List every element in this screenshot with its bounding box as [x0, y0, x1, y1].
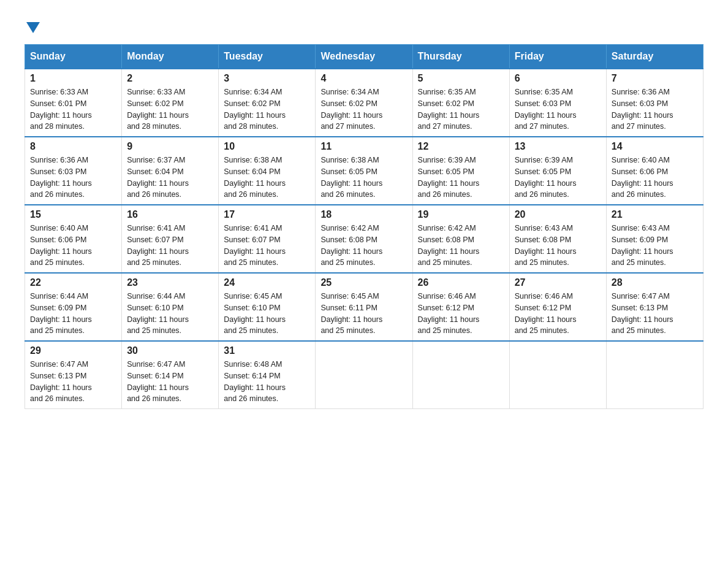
- day-info: Sunrise: 6:45 AMSunset: 6:11 PMDaylight:…: [320, 292, 382, 335]
- day-info: Sunrise: 6:36 AMSunset: 6:03 PMDaylight:…: [30, 156, 92, 199]
- day-info: Sunrise: 6:41 AMSunset: 6:07 PMDaylight:…: [224, 224, 286, 267]
- calendar-cell: 10 Sunrise: 6:38 AMSunset: 6:04 PMDaylig…: [219, 137, 316, 205]
- day-number: 21: [612, 209, 698, 220]
- day-number: 8: [30, 141, 116, 152]
- day-info: Sunrise: 6:34 AMSunset: 6:02 PMDaylight:…: [224, 88, 286, 131]
- week-row-4: 22 Sunrise: 6:44 AMSunset: 6:09 PMDaylig…: [25, 273, 703, 341]
- calendar-cell: 21 Sunrise: 6:43 AMSunset: 6:09 PMDaylig…: [606, 205, 703, 273]
- calendar-cell: 14 Sunrise: 6:40 AMSunset: 6:06 PMDaylig…: [606, 137, 703, 205]
- day-info: Sunrise: 6:35 AMSunset: 6:03 PMDaylight:…: [515, 88, 577, 131]
- day-number: 6: [515, 73, 601, 84]
- day-number: 14: [612, 141, 698, 152]
- day-number: 7: [612, 73, 698, 84]
- day-number: 1: [30, 73, 116, 84]
- day-info: Sunrise: 6:39 AMSunset: 6:05 PMDaylight:…: [515, 156, 577, 199]
- day-info: Sunrise: 6:42 AMSunset: 6:08 PMDaylight:…: [320, 224, 382, 267]
- calendar-cell: 6 Sunrise: 6:35 AMSunset: 6:03 PMDayligh…: [509, 69, 606, 137]
- day-info: Sunrise: 6:48 AMSunset: 6:14 PMDaylight:…: [224, 360, 286, 403]
- day-number: 31: [224, 345, 310, 356]
- header-sunday: Sunday: [25, 45, 122, 69]
- calendar-cell: 16 Sunrise: 6:41 AMSunset: 6:07 PMDaylig…: [122, 205, 219, 273]
- day-info: Sunrise: 6:44 AMSunset: 6:10 PMDaylight:…: [127, 292, 189, 335]
- calendar-cell: [606, 341, 703, 409]
- calendar-cell: [316, 341, 412, 409]
- calendar-cell: 22 Sunrise: 6:44 AMSunset: 6:09 PMDaylig…: [25, 273, 122, 341]
- day-info: Sunrise: 6:43 AMSunset: 6:09 PMDaylight:…: [612, 224, 673, 267]
- week-row-2: 8 Sunrise: 6:36 AMSunset: 6:03 PMDayligh…: [25, 137, 703, 205]
- day-info: Sunrise: 6:42 AMSunset: 6:08 PMDaylight:…: [418, 224, 480, 267]
- calendar-cell: [509, 341, 606, 409]
- day-number: 18: [320, 209, 407, 220]
- calendar-cell: 29 Sunrise: 6:47 AMSunset: 6:13 PMDaylig…: [25, 341, 122, 409]
- calendar-cell: 24 Sunrise: 6:45 AMSunset: 6:10 PMDaylig…: [219, 273, 316, 341]
- day-info: Sunrise: 6:45 AMSunset: 6:10 PMDaylight:…: [224, 292, 286, 335]
- day-number: 22: [30, 277, 116, 288]
- day-number: 27: [515, 277, 601, 288]
- day-number: 29: [30, 345, 116, 356]
- day-info: Sunrise: 6:40 AMSunset: 6:06 PMDaylight:…: [30, 224, 92, 267]
- day-number: 26: [418, 277, 504, 288]
- header-row: SundayMondayTuesdayWednesdayThursdayFrid…: [25, 45, 703, 69]
- calendar-cell: 23 Sunrise: 6:44 AMSunset: 6:10 PMDaylig…: [122, 273, 219, 341]
- calendar-cell: 5 Sunrise: 6:35 AMSunset: 6:02 PMDayligh…: [412, 69, 509, 137]
- day-info: Sunrise: 6:37 AMSunset: 6:04 PMDaylight:…: [127, 156, 189, 199]
- day-info: Sunrise: 6:41 AMSunset: 6:07 PMDaylight:…: [127, 224, 189, 267]
- day-number: 10: [224, 141, 310, 152]
- day-number: 25: [320, 277, 407, 288]
- day-info: Sunrise: 6:44 AMSunset: 6:09 PMDaylight:…: [30, 292, 92, 335]
- day-info: Sunrise: 6:43 AMSunset: 6:08 PMDaylight:…: [515, 224, 577, 267]
- day-info: Sunrise: 6:35 AMSunset: 6:02 PMDaylight:…: [418, 88, 480, 131]
- day-number: 5: [418, 73, 504, 84]
- day-number: 23: [127, 277, 213, 288]
- calendar-cell: 19 Sunrise: 6:42 AMSunset: 6:08 PMDaylig…: [412, 205, 509, 273]
- day-info: Sunrise: 6:33 AMSunset: 6:02 PMDaylight:…: [127, 88, 189, 131]
- week-row-3: 15 Sunrise: 6:40 AMSunset: 6:06 PMDaylig…: [25, 205, 703, 273]
- calendar-cell: 25 Sunrise: 6:45 AMSunset: 6:11 PMDaylig…: [316, 273, 412, 341]
- logo-triangle-icon: [26, 22, 40, 33]
- calendar-cell: 7 Sunrise: 6:36 AMSunset: 6:03 PMDayligh…: [606, 69, 703, 137]
- calendar-cell: 9 Sunrise: 6:37 AMSunset: 6:04 PMDayligh…: [122, 137, 219, 205]
- calendar-cell: 11 Sunrise: 6:38 AMSunset: 6:05 PMDaylig…: [316, 137, 412, 205]
- calendar-cell: 18 Sunrise: 6:42 AMSunset: 6:08 PMDaylig…: [316, 205, 412, 273]
- calendar-cell: 1 Sunrise: 6:33 AMSunset: 6:01 PMDayligh…: [25, 69, 122, 137]
- day-number: 24: [224, 277, 310, 288]
- day-number: 4: [320, 73, 407, 84]
- day-info: Sunrise: 6:46 AMSunset: 6:12 PMDaylight:…: [515, 292, 577, 335]
- day-info: Sunrise: 6:34 AMSunset: 6:02 PMDaylight:…: [320, 88, 382, 131]
- logo: [25, 18, 40, 32]
- day-info: Sunrise: 6:38 AMSunset: 6:04 PMDaylight:…: [224, 156, 286, 199]
- day-number: 20: [515, 209, 601, 220]
- day-number: 15: [30, 209, 116, 220]
- day-number: 12: [418, 141, 504, 152]
- day-number: 16: [127, 209, 213, 220]
- day-info: Sunrise: 6:47 AMSunset: 6:14 PMDaylight:…: [127, 360, 189, 403]
- day-number: 17: [224, 209, 310, 220]
- day-number: 28: [612, 277, 698, 288]
- calendar-cell: [412, 341, 509, 409]
- day-info: Sunrise: 6:36 AMSunset: 6:03 PMDaylight:…: [612, 88, 673, 131]
- day-info: Sunrise: 6:47 AMSunset: 6:13 PMDaylight:…: [30, 360, 92, 403]
- header-thursday: Thursday: [412, 45, 509, 69]
- calendar-table: SundayMondayTuesdayWednesdayThursdayFrid…: [25, 44, 703, 409]
- day-number: 3: [224, 73, 310, 84]
- calendar-cell: 28 Sunrise: 6:47 AMSunset: 6:13 PMDaylig…: [606, 273, 703, 341]
- calendar-cell: 3 Sunrise: 6:34 AMSunset: 6:02 PMDayligh…: [219, 69, 316, 137]
- day-info: Sunrise: 6:33 AMSunset: 6:01 PMDaylight:…: [30, 88, 92, 131]
- calendar-cell: 8 Sunrise: 6:36 AMSunset: 6:03 PMDayligh…: [25, 137, 122, 205]
- week-row-1: 1 Sunrise: 6:33 AMSunset: 6:01 PMDayligh…: [25, 69, 703, 137]
- calendar-cell: 27 Sunrise: 6:46 AMSunset: 6:12 PMDaylig…: [509, 273, 606, 341]
- day-info: Sunrise: 6:39 AMSunset: 6:05 PMDaylight:…: [418, 156, 480, 199]
- header-monday: Monday: [122, 45, 219, 69]
- calendar-cell: 26 Sunrise: 6:46 AMSunset: 6:12 PMDaylig…: [412, 273, 509, 341]
- calendar-cell: 13 Sunrise: 6:39 AMSunset: 6:05 PMDaylig…: [509, 137, 606, 205]
- day-number: 11: [320, 141, 407, 152]
- calendar-cell: 31 Sunrise: 6:48 AMSunset: 6:14 PMDaylig…: [219, 341, 316, 409]
- day-number: 30: [127, 345, 213, 356]
- page-header: [25, 18, 703, 32]
- calendar-cell: 20 Sunrise: 6:43 AMSunset: 6:08 PMDaylig…: [509, 205, 606, 273]
- calendar-cell: 30 Sunrise: 6:47 AMSunset: 6:14 PMDaylig…: [122, 341, 219, 409]
- week-row-5: 29 Sunrise: 6:47 AMSunset: 6:13 PMDaylig…: [25, 341, 703, 409]
- day-info: Sunrise: 6:46 AMSunset: 6:12 PMDaylight:…: [418, 292, 480, 335]
- svg-marker-0: [26, 22, 40, 33]
- header-saturday: Saturday: [606, 45, 703, 69]
